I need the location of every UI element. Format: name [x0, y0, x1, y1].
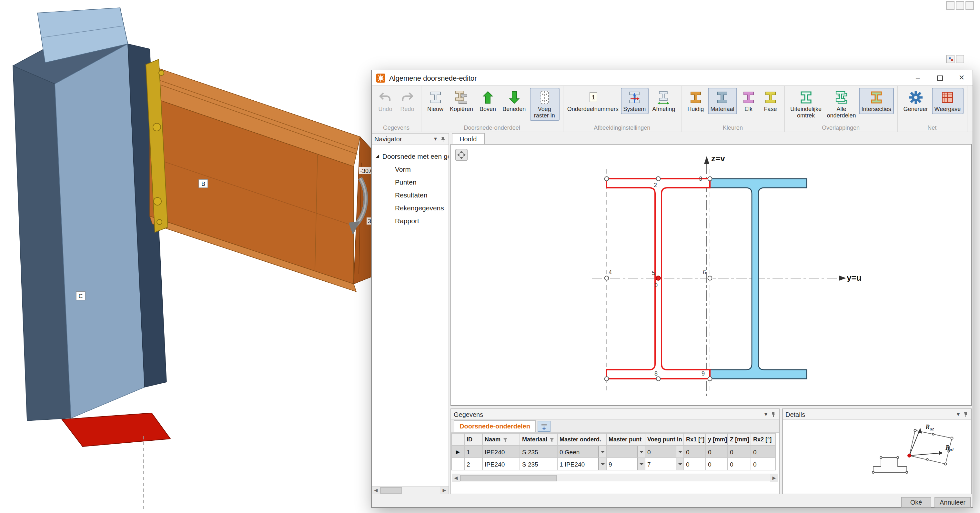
column-header-rx2[interactable]: Rx2 [°] [751, 433, 775, 446]
cell-master-onderd[interactable]: 1 IPE240 [557, 458, 606, 470]
cell-naam[interactable]: IPE240 [482, 446, 520, 458]
column-header-materiaal[interactable]: Materiaal [520, 433, 557, 446]
cell-y[interactable]: 0 [706, 446, 728, 458]
cell-voeg-punt-in[interactable]: 0 [645, 446, 684, 458]
uiteindelijke-omtrek-button[interactable]: Uiteindelijke omtrek [788, 88, 824, 121]
chevron-down-icon[interactable]: ▾ [957, 411, 960, 417]
panel-tool-button[interactable] [538, 421, 551, 432]
tree-item-vorm[interactable]: Vorm [372, 163, 449, 176]
cell-master-punt[interactable]: 9 [606, 458, 645, 470]
node-marker[interactable] [605, 377, 609, 381]
systeem-button[interactable]: Systeem [620, 88, 648, 114]
cell-master-punt[interactable] [606, 446, 645, 458]
scrollbar-thumb[interactable] [380, 487, 402, 494]
table-row[interactable]: 2 IPE240 S 235 1 IPE240 9 7 0 0 0 0 [452, 458, 775, 470]
tree-item-root[interactable]: ◢ Doorsnede met een gen [372, 150, 449, 163]
column-header-voeg-punt-in[interactable]: Voeg punt in [645, 433, 684, 446]
3d-viewport[interactable]: -30.0 30.0 B C [0, 0, 400, 513]
pin-icon[interactable] [440, 136, 446, 141]
pin-icon[interactable] [963, 411, 969, 417]
tab-doorsnede-onderdelen[interactable]: Doorsnede-onderdelen [454, 420, 536, 432]
cell-naam[interactable]: IPE240 [482, 458, 520, 470]
filter-icon[interactable] [549, 437, 554, 442]
cell-voeg-punt-in[interactable]: 7 [645, 458, 684, 470]
huidig-button[interactable]: Huidig [685, 88, 706, 114]
cell-z[interactable]: 0 [728, 458, 751, 470]
nieuw-button[interactable]: Nieuw [425, 88, 446, 114]
cell-id[interactable]: 1 [465, 446, 482, 458]
afmeting-button[interactable]: Afmeting [649, 88, 678, 114]
base-plate[interactable] [62, 413, 170, 446]
cell-rx2[interactable]: 0 [751, 446, 775, 458]
cancel-button[interactable]: Annuleer [934, 497, 970, 508]
column-header-rx1[interactable]: Rx1 [°] [684, 433, 706, 446]
cell-z[interactable]: 0 [728, 446, 751, 458]
node-marker[interactable] [708, 377, 712, 381]
combo-dropdown-icon[interactable] [676, 458, 683, 470]
chevron-down-icon[interactable]: ▾ [434, 136, 437, 141]
chevron-down-icon[interactable]: ▾ [764, 411, 767, 417]
cell-materiaal[interactable]: S 235 [520, 458, 557, 470]
scroll-right-icon[interactable]: ▶ [770, 474, 778, 482]
column-member[interactable] [13, 8, 167, 421]
node-marker[interactable] [708, 177, 712, 181]
combo-dropdown-icon[interactable] [598, 458, 606, 470]
combo-dropdown-icon[interactable] [637, 458, 645, 470]
column-header-master-onderd[interactable]: Master onderd. [557, 433, 606, 446]
tab-hoofd[interactable]: Hoofd [452, 133, 484, 145]
row-selector[interactable] [452, 458, 465, 470]
scrollbar-thumb[interactable] [460, 475, 557, 481]
node-marker[interactable] [605, 177, 609, 181]
cell-rx1[interactable]: 0 [684, 458, 706, 470]
filter-icon[interactable] [503, 437, 508, 442]
boven-button[interactable]: Boven [477, 88, 498, 114]
tree-item-resultaten[interactable]: Resultaten [372, 188, 449, 201]
pin-icon[interactable] [771, 411, 776, 417]
beneden-button[interactable]: Beneden [500, 88, 528, 114]
section-canvas[interactable]: z=v y=u [450, 144, 972, 406]
scroll-right-icon[interactable]: ▶ [440, 486, 449, 494]
navigator-horizontal-scrollbar[interactable]: ◀ ▶ [372, 486, 449, 494]
maximize-button[interactable] [929, 70, 951, 85]
alle-onderdelen-button[interactable]: Alle onderdelen [825, 88, 858, 121]
weergave-button[interactable]: Weergave [932, 88, 964, 114]
column-header-z[interactable]: Z [mm] [728, 433, 751, 446]
column-header-y[interactable]: y [mm] [706, 433, 728, 446]
onderdeelnummers-button[interactable]: 1 Onderdeelnummers [566, 88, 619, 114]
column-header-naam[interactable]: Naam [482, 433, 520, 446]
combo-dropdown-icon[interactable] [598, 446, 606, 457]
genereer-button[interactable]: Genereer [900, 88, 930, 114]
section-part-2-blue[interactable] [703, 179, 807, 379]
node-marker[interactable] [708, 276, 712, 280]
combo-dropdown-icon[interactable] [637, 446, 645, 457]
table-row[interactable]: ▶ 1 IPE240 S 235 0 Geen 0 0 0 0 0 [452, 446, 775, 458]
tree-expander-icon[interactable]: ◢ [375, 154, 379, 159]
cell-master-onderd[interactable]: 0 Geen [557, 446, 606, 458]
dialog-titlebar[interactable]: Algemene doorsnede-editor – ✕ [372, 70, 972, 86]
cell-materiaal[interactable]: S 235 [520, 446, 557, 458]
tree-item-punten[interactable]: Punten [372, 176, 449, 188]
column-header-master-punt[interactable]: Master punt [606, 433, 645, 446]
tree-item-rekengegevens[interactable]: Rekengegevens [372, 201, 449, 214]
node-marker[interactable] [605, 276, 609, 280]
close-button[interactable]: ✕ [951, 70, 972, 85]
tree-item-rapport[interactable]: Rapport [372, 214, 449, 227]
beam-member[interactable] [150, 67, 377, 292]
node-marker[interactable] [656, 377, 660, 381]
cell-rx2[interactable]: 0 [751, 458, 775, 470]
undo-button[interactable]: Undo [375, 88, 396, 114]
row-selector-header[interactable] [452, 433, 465, 446]
centroid-marker[interactable] [656, 276, 660, 280]
cell-rx1[interactable]: 0 [684, 446, 706, 458]
cell-id[interactable]: 2 [465, 458, 482, 470]
intersecties-button[interactable]: Intersecties [859, 88, 894, 114]
materiaal-button[interactable]: Materiaal [708, 88, 737, 114]
ok-button[interactable]: Oké [901, 497, 931, 508]
pan-widget[interactable] [456, 149, 467, 161]
table-horizontal-scrollbar[interactable]: ◀ ▶ [452, 473, 778, 481]
current-row-marker[interactable]: ▶ [452, 446, 465, 458]
scroll-left-icon[interactable]: ◀ [372, 486, 380, 494]
column-header-id[interactable]: ID [465, 433, 482, 446]
minimize-button[interactable]: – [907, 70, 929, 85]
cell-y[interactable]: 0 [706, 458, 728, 470]
